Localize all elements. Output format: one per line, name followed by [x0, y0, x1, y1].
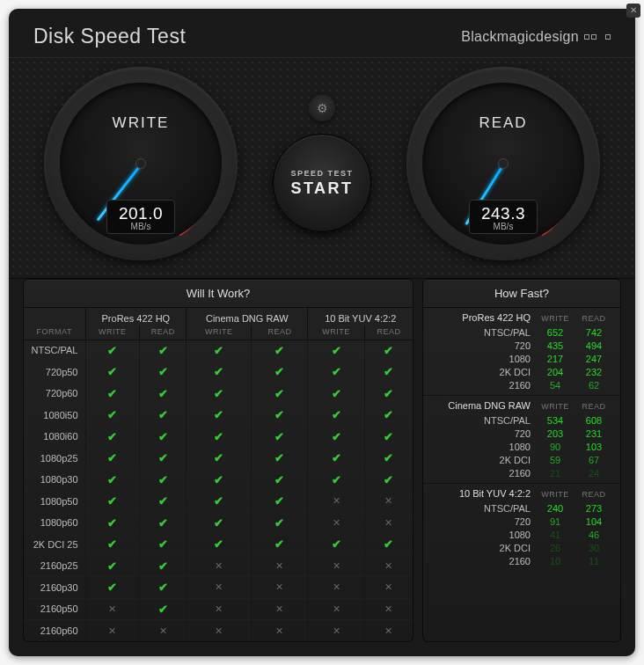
- table-row: 720p60✔✔✔✔✔✔: [24, 383, 413, 405]
- cross-icon: ✕: [140, 620, 187, 642]
- codec-header: Cinema DNG RAW: [187, 308, 308, 325]
- needle-cap-icon: [498, 158, 509, 169]
- check-icon: ✔: [85, 577, 140, 599]
- table-row: 1080i60✔✔✔✔✔✔: [24, 426, 413, 448]
- check-icon: ✔: [364, 534, 413, 556]
- check-icon: ✔: [364, 426, 413, 448]
- check-icon: ✔: [252, 405, 308, 427]
- hf-codec: ProRes 422 HQ: [423, 312, 536, 323]
- check-icon: ✔: [252, 426, 308, 448]
- check-icon: ✔: [252, 512, 308, 534]
- hf-write-value: 26: [536, 543, 574, 553]
- table-row: 2K DCI 25✔✔✔✔✔✔: [24, 534, 413, 556]
- hf-format: 2160: [423, 556, 536, 566]
- hf-format: 720: [423, 516, 536, 527]
- check-icon: ✔: [140, 469, 187, 491]
- settings-button[interactable]: ⚙: [309, 95, 335, 121]
- hf-write-value: 652: [536, 327, 574, 338]
- hf-write-value: 534: [536, 415, 574, 426]
- write-readout: 201.0 MB/s: [106, 200, 175, 234]
- cross-icon: ✕: [308, 598, 364, 620]
- hf-write-value: 217: [536, 354, 574, 364]
- hf-read-label: READ: [574, 400, 613, 411]
- format-cell: 1080i50: [24, 405, 85, 427]
- format-cell: 2160p25: [24, 555, 85, 577]
- cross-icon: ✕: [85, 598, 140, 620]
- table-row: 1080p60✔✔✔✔✕✕: [24, 512, 413, 534]
- check-icon: ✔: [308, 534, 364, 556]
- cross-icon: ✕: [308, 620, 364, 642]
- hf-read-value: 24: [574, 468, 613, 479]
- cross-icon: ✕: [252, 620, 308, 642]
- start-button[interactable]: SPEED TEST START: [273, 134, 371, 232]
- check-icon: ✔: [140, 405, 187, 427]
- brand-icon: [584, 34, 611, 40]
- hf-read-value: 30: [574, 543, 613, 553]
- check-icon: ✔: [364, 340, 413, 362]
- write-gauge: WRITE 201.0 MB/s: [44, 67, 238, 260]
- cross-icon: ✕: [85, 620, 140, 642]
- hf-row: 1080 90 103: [423, 440, 620, 453]
- format-cell: 2160p30: [24, 577, 85, 599]
- hf-format: 2160: [423, 468, 536, 479]
- check-icon: ✔: [140, 448, 187, 470]
- cross-icon: ✕: [187, 577, 252, 599]
- table-row: 1080p30✔✔✔✔✔✔: [24, 469, 413, 491]
- check-icon: ✔: [140, 577, 187, 599]
- cross-icon: ✕: [308, 577, 364, 599]
- close-button[interactable]: ✕: [626, 4, 640, 18]
- hf-format: NTSC/PAL: [423, 415, 536, 426]
- table-row: 1080p25✔✔✔✔✔✔: [24, 448, 413, 470]
- cross-icon: ✕: [187, 620, 252, 642]
- format-cell: 1080p50: [24, 491, 85, 513]
- write-value: 201.0: [118, 204, 164, 223]
- hf-section: ProRes 422 HQ WRITE READNTSC/PAL 652 742…: [423, 308, 620, 396]
- check-icon: ✔: [85, 448, 140, 470]
- hf-write-value: 435: [536, 340, 574, 351]
- check-icon: ✔: [308, 469, 364, 491]
- cross-icon: ✕: [308, 512, 364, 534]
- hf-write-label: WRITE: [536, 400, 574, 411]
- table-row: 720p50✔✔✔✔✔✔: [24, 362, 413, 384]
- check-icon: ✔: [252, 340, 308, 362]
- hf-row: NTSC/PAL 652 742: [423, 325, 620, 339]
- hf-format: 720: [423, 340, 536, 351]
- read-gauge: READ 243.3 MB/s: [406, 67, 600, 260]
- cross-icon: ✕: [308, 491, 364, 513]
- cross-icon: ✕: [364, 555, 413, 577]
- hf-read-value: 103: [574, 442, 613, 452]
- cross-icon: ✕: [364, 577, 413, 599]
- check-icon: ✔: [140, 598, 187, 620]
- app-window: ✕ Disk Speed Test Blackmagicdesign WRITE…: [9, 9, 635, 656]
- hf-read-value: 273: [574, 503, 613, 514]
- cross-icon: ✕: [252, 577, 308, 599]
- hf-read-value: 11: [574, 556, 613, 566]
- hf-row: 2160 21 24: [423, 466, 620, 479]
- check-icon: ✔: [252, 383, 308, 405]
- brand-label: Blackmagicdesign: [461, 29, 611, 45]
- hf-row: 2160 10 11: [423, 554, 620, 567]
- hf-section: 10 Bit YUV 4:2:2 WRITE READNTSC/PAL 240 …: [423, 484, 620, 571]
- table-row: 2160p50✕✔✕✕✕✕: [24, 598, 413, 620]
- brand-text: Blackmagicdesign: [461, 29, 579, 45]
- hf-format: 2K DCI: [423, 543, 536, 553]
- format-cell: 1080i60: [24, 426, 85, 448]
- sub-header: WRITE: [308, 325, 364, 340]
- check-icon: ✔: [140, 340, 187, 362]
- check-icon: ✔: [252, 362, 308, 384]
- hf-write-value: 59: [536, 455, 574, 465]
- header: Disk Speed Test Blackmagicdesign: [9, 9, 635, 57]
- check-icon: ✔: [187, 491, 252, 513]
- check-icon: ✔: [85, 362, 140, 384]
- check-icon: ✔: [364, 405, 413, 427]
- hf-format: 2160: [423, 380, 536, 391]
- format-cell: 1080p30: [24, 469, 85, 491]
- hf-format: 2K DCI: [423, 455, 536, 465]
- read-readout: 243.3 MB/s: [469, 200, 538, 234]
- check-icon: ✔: [85, 469, 140, 491]
- hf-read-value: 247: [574, 354, 613, 364]
- hf-read-value: 62: [574, 380, 613, 391]
- hf-read-label: READ: [574, 488, 613, 499]
- hf-read-value: 231: [574, 428, 613, 439]
- hf-section: Cinema DNG RAW WRITE READNTSC/PAL 534 60…: [423, 396, 620, 484]
